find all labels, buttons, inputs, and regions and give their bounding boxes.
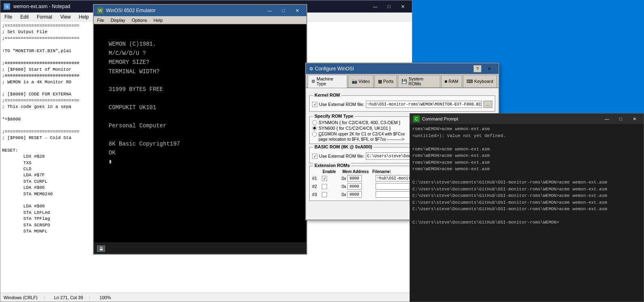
config-dialog-titlebar: ⚙ Configure WinOSI ? ✕ <box>306 63 498 74</box>
notepad-maximize-button[interactable]: □ <box>383 2 395 11</box>
ext-row3-mem: 0x <box>342 191 374 198</box>
terminal-minimize-button[interactable]: — <box>601 115 613 123</box>
kernel-rom-title: Kernel ROM <box>313 93 342 97</box>
tab-keyboard-label: Keyboard <box>474 79 493 84</box>
ext-header-mem: Mem Address <box>342 169 371 174</box>
winosi-title: WinOSI 6502 Emulator <box>106 8 261 13</box>
winosi-minimize-button[interactable]: — <box>264 6 276 15</box>
winosi-screen: WEMON (C)1981. M/C/W/D/U ? MEMORY SIZE? … <box>94 24 306 243</box>
tab-ports-label: Ports <box>383 79 394 84</box>
terminal-close-button[interactable]: ✕ <box>628 115 640 123</box>
notepad-menu-edit[interactable]: Edit <box>16 13 33 21</box>
tab-machine-type[interactable]: ⚙ Machine Type <box>308 75 347 88</box>
ext-row3-enable <box>322 192 340 197</box>
extension-roms-title: Extension ROMs <box>313 163 351 168</box>
tab-ram-label: RAM <box>448 79 458 84</box>
kernel-rom-checkbox[interactable] <box>312 102 317 107</box>
winosi-menu-options[interactable]: Options <box>129 17 150 23</box>
ext-row2-mem: 0x <box>342 183 374 190</box>
cegmon-radio-label: CEGMON upper 2K for C1 or C2/C4 with $FC… <box>319 131 405 142</box>
basic-rom-checkbox[interactable] <box>312 154 317 159</box>
ext-row1-addr-input[interactable] <box>347 175 362 182</box>
synmon-radio-label: SYNMON { for C2/C4/C8, 400, C3-OEM } <box>319 120 400 125</box>
notepad-minimize-button[interactable]: — <box>369 2 381 11</box>
syn600-radio-label: SYN600 { for C1/C2/C4/C8, UK101 } <box>319 126 391 131</box>
terminal-title: Command Prompt <box>422 116 598 121</box>
tab-ports[interactable]: ▩ Ports <box>374 75 397 87</box>
tab-video[interactable]: 📷 Video <box>348 75 374 87</box>
winosi-maximize-button[interactable]: □ <box>277 6 289 15</box>
ext-row1-checkbox[interactable] <box>322 176 327 181</box>
synmon-radio-button[interactable] <box>312 120 317 125</box>
winosi-footer: 💾 <box>94 243 306 254</box>
kernel-rom-section: Kernel ROM Use External ROM file: ... <box>309 95 495 112</box>
terminal-icon: C <box>413 116 420 122</box>
machine-type-tab-icon: ⚙ <box>311 79 315 84</box>
ext-row1-num: #1 <box>312 176 320 181</box>
notepad-window-controls: — □ ✕ <box>369 2 409 11</box>
notepad-statusbar: Windows (CRLF) Ln 271, Col 39 100% <box>0 293 412 302</box>
specify-rom-title: Specify ROM Type <box>313 114 355 118</box>
tab-system-roms-label: System ROMs <box>408 76 436 86</box>
winosi-close-button[interactable]: ✕ <box>291 6 303 15</box>
notepad-menu-help[interactable]: Help <box>75 13 93 21</box>
terminal-body[interactable]: roms\WEMON>acme wemon-ext.asm <untitled>… <box>410 124 644 302</box>
notepad-icon: N <box>4 3 10 10</box>
kernel-rom-row: Use External ROM file: ... <box>312 101 492 108</box>
ext-header-enable: Enable <box>323 169 341 174</box>
config-dialog-title: Configure WinOSI <box>315 66 472 72</box>
tab-machine-type-label: Machine Type <box>317 76 344 86</box>
winosi-titlebar: W WinOSI 6502 Emulator — □ ✕ <box>94 5 306 16</box>
terminal-titlebar: C Command Prompt — □ ✕ <box>410 114 644 124</box>
notepad-menu-format[interactable]: Format <box>33 13 56 21</box>
notepad-menu-view[interactable]: View <box>56 13 75 21</box>
tab-keyboard[interactable]: ⌨ Keyboard <box>463 75 497 87</box>
config-dialog-icon: ⚙ <box>309 66 313 72</box>
ext-row2-num: #2 <box>312 184 320 189</box>
kernel-rom-use-external-label: Use External ROM file: <box>319 102 364 107</box>
winosi-menu-help[interactable]: Help <box>150 17 166 23</box>
config-dialog-close-button[interactable]: ✕ <box>483 65 495 73</box>
ext-row1-addr-prefix: 0x <box>342 176 346 181</box>
winosi-menu-file[interactable]: File <box>94 17 108 23</box>
video-tab-icon: 📷 <box>352 79 357 84</box>
kernel-rom-browse-button[interactable]: ... <box>484 101 492 108</box>
config-dialog-tabs: ⚙ Machine Type 📷 Video ▩ Ports 💾 System … <box>306 74 498 88</box>
notepad-status-position: Ln 271, Col 39 <box>54 295 90 300</box>
ext-row2-addr-input[interactable] <box>347 183 362 190</box>
winosi-window: W WinOSI 6502 Emulator — □ ✕ File Displa… <box>93 4 307 255</box>
winosi-footer-icon: 💾 <box>97 245 105 252</box>
ext-row2-enable <box>322 184 340 189</box>
tab-video-label: Video <box>359 79 370 84</box>
ext-row1-mem: 0x <box>342 175 374 182</box>
ext-row3-num: #3 <box>312 192 320 197</box>
winosi-icon: W <box>97 7 103 14</box>
notepad-menu-file[interactable]: File <box>0 13 16 21</box>
ram-tab-icon: ■ <box>445 79 448 84</box>
notepad-close-button[interactable]: ✕ <box>397 2 409 11</box>
terminal-maximize-button[interactable]: □ <box>614 115 627 123</box>
system-roms-tab-icon: 💾 <box>401 79 407 84</box>
config-dialog-help-button[interactable]: ? <box>473 65 481 72</box>
basic-rom-use-external-label: Use External ROM file: <box>319 154 364 158</box>
cegmon-radio-button[interactable] <box>312 132 317 137</box>
ports-tab-icon: ▩ <box>378 79 382 84</box>
notepad-status-zoom: 100% <box>99 295 111 300</box>
ext-row2-addr-prefix: 0x <box>342 184 346 189</box>
tab-system-roms[interactable]: 💾 System ROMs <box>398 75 440 87</box>
keyboard-tab-icon: ⌨ <box>467 79 473 84</box>
ext-row1-enable <box>322 176 340 181</box>
ext-row3-checkbox[interactable] <box>322 192 327 197</box>
winosi-window-controls: — □ ✕ <box>264 6 303 15</box>
basic-rom-section-title: BASIC ROM (8K @ 0xA000) <box>313 144 374 149</box>
ext-row3-addr-input[interactable] <box>347 191 362 198</box>
winosi-menu-display[interactable]: Display <box>108 17 129 23</box>
notepad-status-encoding: Windows (CRLF) <box>4 295 44 300</box>
ext-row2-checkbox[interactable] <box>322 184 327 189</box>
tab-ram[interactable]: ■ RAM <box>441 75 462 87</box>
kernel-rom-file-input[interactable] <box>366 101 482 108</box>
syn600-radio-button[interactable] <box>312 126 317 131</box>
ext-header-num <box>313 169 321 174</box>
terminal-window-controls: — □ ✕ <box>601 115 640 123</box>
terminal-window: C Command Prompt — □ ✕ roms\WEMON>acme w… <box>410 113 644 302</box>
